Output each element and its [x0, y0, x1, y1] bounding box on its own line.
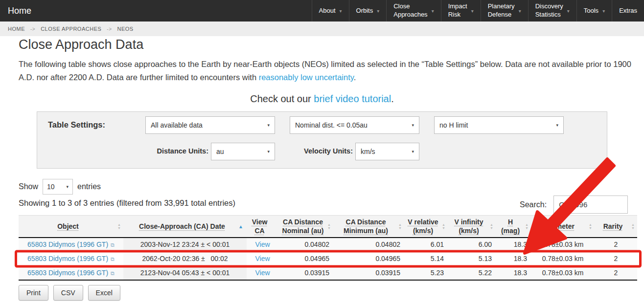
ca-date-cell: 2062-Oct-20 02:36 ± 00:02	[123, 252, 247, 266]
ca-distance-nominal-cell: 0.03915	[278, 266, 333, 280]
diameter-cell: 0.78±0.03 km	[531, 266, 595, 280]
external-link-icon[interactable]: ⧉	[111, 242, 115, 248]
rarity-cell: 2	[595, 238, 637, 252]
view-ca-link[interactable]: View	[255, 269, 270, 277]
distance-units-select[interactable]: au ▾	[211, 143, 275, 160]
sort-icon: ▲▼	[442, 223, 445, 230]
home-brand-link[interactable]: Home	[0, 0, 39, 22]
top-navbar: Home About ▾ Orbits ▾ Close Approaches ▾…	[0, 0, 644, 22]
velocity-units-value: km/s	[361, 148, 375, 155]
column-header-view-ca: View CA	[247, 216, 278, 238]
chevron-down-icon: ▾	[377, 8, 379, 14]
print-button[interactable]: Print	[19, 285, 48, 301]
entries-label: entries	[77, 182, 101, 191]
page-length-value: 10	[47, 183, 55, 191]
video-tutorial-link[interactable]: brief video tutorial	[314, 93, 391, 104]
page-length-select[interactable]: 10 ▾	[43, 179, 73, 195]
column-header-v-infinity[interactable]: V infinity (km/s) ▲▼	[448, 216, 496, 238]
breadcrumb-separator-icon: ->	[30, 26, 35, 32]
search-input[interactable]	[553, 196, 628, 214]
column-header-rarity[interactable]: Rarity ▲▼	[595, 216, 637, 238]
ca-distance-nominal-cell: 0.04965	[278, 252, 333, 266]
nav-item-label: Close Approaches	[393, 2, 427, 19]
h-mag-cell: 18.3	[496, 238, 531, 252]
nav-item-label: Tools	[584, 7, 598, 15]
sort-icon: ▲▼	[398, 223, 402, 230]
data-filter-select[interactable]: All available data ▾	[145, 116, 275, 134]
distance-units-value: au	[216, 148, 224, 155]
h-limit-select[interactable]: no H limit ▾	[434, 116, 564, 134]
chevron-down-icon: ▾	[471, 8, 474, 14]
uncertainty-link[interactable]: reasonably low uncertainty	[259, 73, 354, 82]
nav-item-label: About	[319, 7, 336, 15]
v-infinity-cell: 6.00	[448, 238, 496, 252]
search-label: Search:	[520, 200, 547, 209]
tutorial-line: Check out our brief video tutorial.	[0, 93, 644, 105]
nav-item-label: Planetary Defense	[488, 2, 515, 19]
nav-item-tools[interactable]: Tools ▾	[576, 0, 612, 22]
column-header-h-mag[interactable]: H (mag) ▲▼	[496, 216, 531, 238]
table-row: 65803 Didymos (1996 GT)⧉ 2123-Nov-04 05:…	[19, 266, 637, 280]
intro-paragraph: The following table shows close approach…	[19, 58, 632, 84]
breadcrumb-home[interactable]: HOME	[8, 26, 25, 32]
external-link-icon[interactable]: ⧉	[111, 270, 115, 276]
column-header-ca-distance-nominal[interactable]: CA Distance Nominal (au) ▲▼	[278, 216, 333, 238]
nominal-distance-value: Nominal dist. <= 0.05au	[295, 121, 368, 129]
view-ca-link[interactable]: View	[255, 240, 270, 248]
external-link-icon[interactable]: ⧉	[111, 256, 115, 262]
nav-item-planetary-defense[interactable]: Planetary Defense ▾	[481, 0, 528, 22]
column-header-ca-date[interactable]: Close-Approach (CA) Date ▲	[123, 216, 247, 238]
nav-item-about[interactable]: About ▾	[312, 0, 349, 22]
search-control: Search:	[520, 196, 628, 214]
csv-button[interactable]: CSV	[53, 285, 83, 301]
chevron-down-icon: ▾	[432, 8, 434, 14]
tutorial-text-end: .	[391, 93, 394, 104]
v-relative-cell: 5.14	[404, 252, 448, 266]
ca-distance-minimum-cell: 0.04802	[333, 238, 404, 252]
page-title: Close Approach Data	[19, 37, 143, 52]
nav-item-label: Discovery Statistics	[535, 2, 563, 19]
object-link[interactable]: 65803 Didymos (1996 GT)	[27, 255, 108, 262]
ca-distance-minimum-cell: 0.04965	[333, 252, 404, 266]
column-header-v-relative[interactable]: V relative (km/s) ▲▼	[404, 216, 448, 238]
chevron-down-icon: ▾	[267, 123, 270, 128]
show-entries-control: Show 10 ▾ entries	[19, 179, 101, 195]
nav-item-label: Orbits	[356, 7, 373, 15]
rarity-cell: 2	[595, 252, 637, 266]
nav-item-impact-risk[interactable]: Impact Risk ▾	[441, 0, 481, 22]
object-link[interactable]: 65803 Didymos (1996 GT)	[27, 240, 108, 248]
intro-text-end: .	[354, 73, 356, 82]
velocity-units-select[interactable]: km/s ▾	[355, 143, 419, 160]
breadcrumb-close-approaches[interactable]: CLOSE APPROACHES	[41, 26, 101, 32]
sort-icon: ▲▼	[525, 223, 529, 230]
nav-item-discovery-statistics[interactable]: Discovery Statistics ▾	[528, 0, 576, 22]
v-relative-cell: 5.23	[404, 266, 448, 280]
excel-button[interactable]: Excel	[88, 285, 120, 301]
table-settings-label: Table Settings:	[48, 120, 105, 130]
ca-date-cell: 2003-Nov-12 23:24 ± < 00:01	[123, 238, 247, 252]
ca-distance-minimum-cell: 0.03915	[333, 266, 404, 280]
table-header-row: Object ▲▼ Close-Approach (CA) Date ▲ Vie…	[19, 216, 637, 238]
close-approach-table: Object ▲▼ Close-Approach (CA) Date ▲ Vie…	[19, 215, 637, 281]
column-header-diameter[interactable]: Diameter ▲▼	[531, 216, 595, 238]
breadcrumb-separator-icon: ->	[107, 26, 112, 32]
object-link[interactable]: 65803 Didymos (1996 GT)	[27, 269, 108, 277]
ca-date-cell: 2123-Nov-04 05:43 ± < 00:01	[123, 266, 247, 280]
chevron-down-icon: ▾	[412, 123, 414, 128]
h-mag-cell: 18.3	[496, 252, 531, 266]
nav-item-orbits[interactable]: Orbits ▾	[349, 0, 387, 22]
tutorial-text: Check out our	[250, 93, 314, 104]
nav-item-close-approaches[interactable]: Close Approaches ▾	[386, 0, 440, 22]
nominal-distance-select[interactable]: Nominal dist. <= 0.05au ▾	[290, 116, 419, 134]
column-header-ca-distance-minimum[interactable]: CA Distance Minimum (au) ▲▼	[333, 216, 404, 238]
chevron-down-icon: ▾	[519, 8, 521, 14]
sort-icon: ▲▼	[631, 223, 635, 230]
v-relative-cell: 6.01	[404, 238, 448, 252]
view-ca-link[interactable]: View	[255, 255, 270, 262]
column-header-object[interactable]: Object ▲▼	[19, 216, 123, 238]
nav-item-extras[interactable]: Extras	[612, 0, 644, 22]
sort-ascending-icon: ▲	[238, 223, 243, 229]
chevron-down-icon: ▾	[412, 149, 414, 154]
sort-icon: ▲▼	[327, 223, 331, 230]
chevron-down-icon: ▾	[340, 8, 342, 14]
